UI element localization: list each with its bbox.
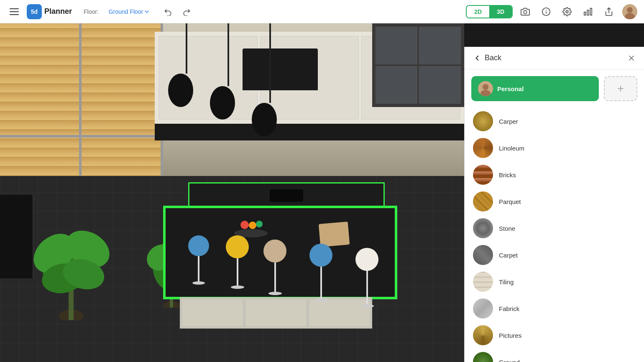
texture-thumb-bricks	[473, 165, 493, 185]
apple	[240, 221, 249, 229]
texture-item-stone[interactable]: Stone	[468, 215, 641, 242]
stool-seat	[226, 235, 249, 258]
stool-blue-right	[309, 244, 332, 301]
chevron-down-icon	[145, 10, 149, 13]
texture-item-linoleum[interactable]: Linoleum	[468, 135, 641, 161]
view-3d-button[interactable]: 3D	[489, 6, 512, 18]
plant-monstera	[29, 186, 113, 320]
profile-add-row: Personal +	[465, 76, 644, 108]
close-button[interactable]	[627, 54, 636, 62]
camera-button[interactable]	[518, 4, 533, 19]
svg-rect-7	[584, 12, 586, 15]
svg-point-4	[566, 10, 568, 13]
top-bar-right	[518, 4, 637, 19]
stool-base	[268, 292, 282, 295]
svg-point-27	[483, 84, 488, 90]
avatar-image	[478, 81, 493, 96]
stool-seat	[263, 240, 286, 263]
texture-list: Carper Linoleum Bricks Parquet Stone Car…	[465, 108, 644, 362]
window-divider-h	[0, 135, 161, 138]
personal-button[interactable]: Personal	[471, 76, 599, 101]
glass-pane	[419, 66, 461, 104]
texture-name-pictures: Pictures	[499, 332, 521, 339]
stool-leg	[274, 263, 276, 292]
stool-base	[314, 298, 328, 301]
texture-item-bricks[interactable]: Bricks	[468, 161, 641, 188]
cutting-board	[319, 222, 350, 247]
texture-name-fabrick: Fabrick	[499, 305, 519, 312]
stool-base	[192, 281, 205, 285]
texture-item-carper[interactable]: Carper	[468, 108, 641, 135]
texture-item-pictures[interactable]: Pictures	[468, 322, 641, 349]
panel-header: Back	[465, 47, 644, 69]
view-toggle-group: 2D 3D	[466, 5, 513, 18]
undo-button[interactable]	[161, 4, 176, 19]
texture-name-ground: Ground	[499, 359, 520, 362]
share-button[interactable]	[601, 4, 616, 19]
plant-svg	[29, 186, 113, 320]
view-2d-button[interactable]: 2D	[467, 6, 489, 18]
texture-name-carper: Carper	[499, 118, 518, 125]
texture-item-carpet2[interactable]: Carpet	[468, 242, 641, 268]
texture-thumb-carpet2	[473, 245, 493, 265]
dark-object-left	[0, 195, 33, 278]
back-label: Back	[485, 54, 501, 62]
texture-name-bricks: Bricks	[499, 171, 516, 178]
texture-thumb-ground	[473, 352, 493, 362]
logo-icon: 5d	[27, 4, 42, 19]
top-bar-left: 5d Planner Floor: Ground Floor	[7, 4, 461, 19]
back-button[interactable]: Back	[473, 54, 501, 62]
svg-point-0	[524, 10, 526, 13]
glass-cabinet	[376, 27, 461, 104]
stats-button[interactable]	[580, 4, 595, 19]
stool-beige	[263, 240, 286, 295]
base-panel	[245, 299, 307, 327]
menu-button[interactable]	[7, 4, 22, 19]
texture-item-tiling[interactable]: Tiling	[468, 268, 641, 295]
base-panels	[180, 297, 372, 329]
island-base	[180, 297, 372, 329]
stool-seat	[188, 235, 209, 256]
texture-item-parquet[interactable]: Parquet	[468, 188, 641, 215]
texture-thumb-linoleum	[473, 138, 493, 158]
logo-area: 5d Planner	[27, 4, 72, 19]
back-icon	[473, 54, 481, 62]
settings-button[interactable]	[560, 4, 575, 19]
pendant-2	[222, 23, 235, 120]
upper-cabinet-right	[372, 23, 464, 107]
glass-pane	[376, 27, 417, 64]
svg-point-10	[627, 7, 633, 13]
add-icon: +	[617, 82, 624, 95]
app-name: Planner	[44, 7, 72, 16]
hamburger-line	[10, 14, 19, 15]
svg-rect-6	[587, 10, 589, 15]
pendant-3	[263, 23, 277, 136]
texture-item-fabrick[interactable]: Fabrick	[468, 295, 641, 322]
stool-leg	[198, 256, 199, 281]
info-button[interactable]	[539, 4, 554, 19]
texture-thumb-fabrick	[473, 298, 493, 319]
texture-item-ground[interactable]: Ground	[468, 349, 641, 362]
redo-button[interactable]	[179, 4, 194, 19]
add-texture-button[interactable]: +	[604, 76, 637, 101]
island-top	[188, 182, 385, 207]
stool-seat	[309, 244, 332, 267]
texture-name-tiling: Tiling	[499, 278, 514, 286]
stool-base	[360, 304, 374, 308]
user-avatar[interactable]	[622, 4, 637, 19]
base-panel	[181, 299, 243, 327]
floor-selector[interactable]: Floor: Ground Floor	[84, 8, 149, 15]
orange	[249, 222, 256, 229]
profile-avatar	[478, 81, 493, 96]
pendant-cord	[269, 23, 271, 103]
right-panel: Back Personal +	[464, 47, 644, 362]
pendant-shade	[252, 103, 277, 136]
lime	[256, 221, 263, 227]
view-toggle: 2D 3D	[466, 5, 513, 18]
close-icon	[627, 54, 636, 62]
panel-body: Personal + Carper Linoleum Bricks Parque…	[465, 69, 644, 362]
texture-name-carpet2: Carpet	[499, 252, 518, 259]
floor-label: Floor:	[84, 8, 99, 15]
personal-label: Personal	[497, 85, 524, 92]
pendant-cord	[186, 23, 187, 74]
